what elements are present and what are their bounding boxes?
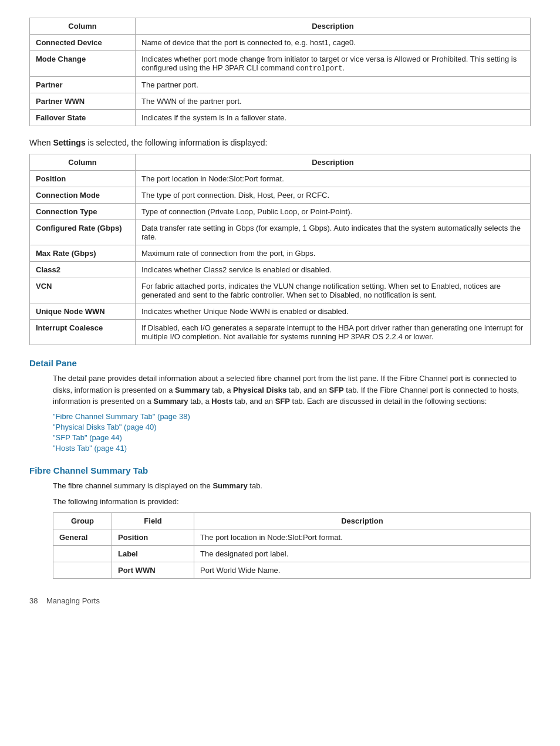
table-row: Data transfer rate setting in Gbps (for … [136,220,531,245]
col2-header-2: Description [136,154,531,171]
fc-summary-line1: The fibre channel summary is displayed o… [53,480,531,492]
col2-header-1: Column [30,154,136,171]
table-row: If Disabled, each I/O generates a separa… [136,320,531,345]
table-row: VCN [30,278,136,303]
table-row: Failover State [30,110,136,126]
page-number: 38 [29,596,38,605]
table-row: Port WWN [112,562,194,578]
table-row: Connection Type [30,204,136,220]
table-row: The port location in Node:Slot:Port form… [194,529,531,545]
detail-pane-link[interactable]: "SFP Tab" (page 44) [53,433,531,442]
table-row [53,545,112,562]
table-row: Class2 [30,262,136,278]
table-row: Port World Wide Name. [194,562,531,578]
fc-summary-heading: Fibre Channel Summary Tab [29,465,531,475]
table-row: Maximum rate of connection from the port… [136,245,531,262]
table-row: Label [112,545,194,562]
table-row: Name of device that the port is connecte… [136,35,531,51]
table-row: For fabric attached ports, indicates the… [136,278,531,303]
table-row: Position [30,171,136,187]
table-row: The port location in Node:Slot:Port form… [136,171,531,187]
table-row: Unique Node WWN [30,303,136,320]
detail-pane-content: The detail pane provides detail informat… [53,373,531,453]
table-row: Type of connection (Private Loop, Public… [136,204,531,220]
table-row: Connection Mode [30,187,136,204]
first-table: Column Description Connected DeviceName … [29,18,531,126]
table-row: Mode Change [30,51,136,77]
detail-pane-link[interactable]: "Fibre Channel Summary Tab" (page 38) [53,412,531,421]
table-row: Configured Rate (Gbps) [30,220,136,245]
fc-summary-line2: The following information is provided: [53,496,531,508]
table-row: Indicates if the system is in a failover… [136,110,531,126]
table-row: Partner WWN [30,93,136,110]
footer-section: Managing Ports [46,596,100,605]
table-row: Indicates whether Unique Node WWN is ena… [136,303,531,320]
table-row [53,562,112,578]
table-row: Connected Device [30,35,136,51]
table-row: Interrupt Coalesce [30,320,136,345]
fc-col-field: Field [112,512,194,529]
settings-intro: When Settings is selected, the following… [29,137,531,149]
table-row: Max Rate (Gbps) [30,245,136,262]
table-row: General [53,529,112,545]
fc-col-group: Group [53,512,112,529]
table-row: Position [112,529,194,545]
col-header-2: Description [136,18,531,35]
detail-pane-link[interactable]: "Physical Disks Tab" (page 40) [53,423,531,431]
fc-summary-content: The fibre channel summary is displayed o… [53,480,531,579]
page-footer: 38 Managing Ports [29,596,531,605]
col-header-1: Column [30,18,136,35]
table-row: Indicates whether Class2 service is enab… [136,262,531,278]
detail-pane-body: The detail pane provides detail informat… [53,373,531,407]
fc-summary-table: Group Field Description GeneralPositionT… [53,512,531,579]
table-row: The type of port connection. Disk, Host,… [136,187,531,204]
detail-pane-link[interactable]: "Hosts Tab" (page 41) [53,444,531,453]
table-row: The designated port label. [194,545,531,562]
table-row: The partner port. [136,77,531,93]
detail-pane-heading: Detail Pane [29,358,531,368]
table-row: Indicates whether port mode change from … [136,51,531,77]
table-row: Partner [30,77,136,93]
fc-col-desc: Description [194,512,531,529]
table-row: The WWN of the partner port. [136,93,531,110]
second-table: Column Description PositionThe port loca… [29,154,531,345]
